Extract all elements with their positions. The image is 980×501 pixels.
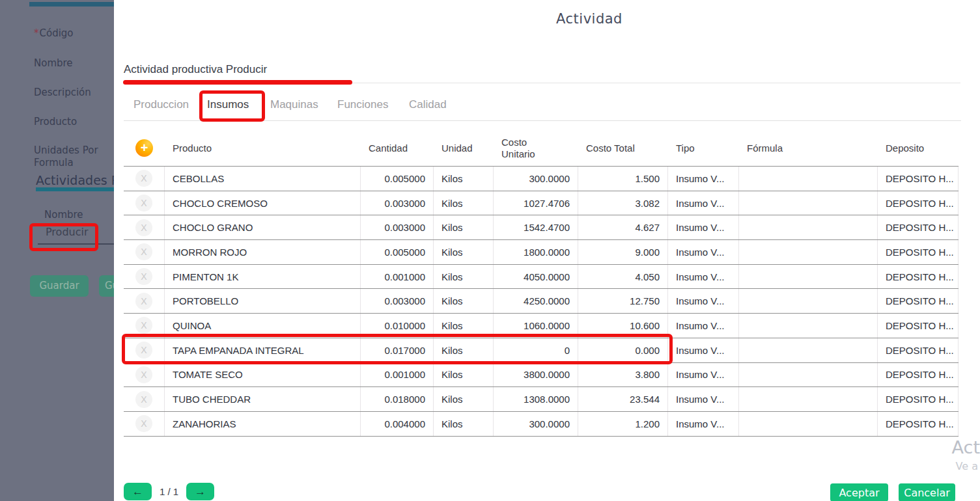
delete-row-button[interactable]: X (135, 391, 152, 408)
column-header-costo-unitario: Costo Unitario (494, 137, 578, 160)
cell-formula (739, 387, 878, 411)
table-row[interactable]: XCHOCLO CREMOSO0.003000Kilos1027.47063.0… (124, 191, 959, 215)
cell-formula (739, 215, 878, 239)
delete-row-button[interactable]: X (135, 317, 152, 334)
cell-unidad: Kilos (434, 412, 494, 436)
cell-cantidad: 0.005000 (361, 167, 434, 191)
cell-deposito: DEPOSITO H... (878, 387, 959, 411)
cell-deposito: DEPOSITO H... (878, 289, 959, 313)
table-row[interactable]: XPIMENTON 1K0.001000Kilos4050.00004.050I… (124, 264, 959, 289)
delete-cell: X (124, 387, 165, 411)
field-label-unidades-por-formula: Unidades Por Formula (34, 144, 111, 169)
delete-row-button[interactable]: X (135, 366, 152, 383)
cell-unidad: Kilos (434, 314, 494, 338)
cell-costo_unitario: 1308.0000 (494, 387, 578, 411)
cell-formula (739, 363, 878, 387)
cell-costo_unitario: 4050.0000 (494, 265, 578, 289)
delete-row-button[interactable]: X (135, 415, 152, 432)
delete-row-button[interactable]: X (135, 268, 152, 285)
cell-product: PORTOBELLO (165, 289, 361, 313)
section-title-actividades: Actividades P (36, 173, 114, 187)
column-header-tipo: Tipo (668, 142, 739, 154)
pagination-next-button[interactable]: → (186, 483, 214, 500)
cell-tipo: Insumo V... (668, 314, 739, 338)
table-row[interactable]: XPORTOBELLO0.003000Kilos4250.000012.750I… (124, 288, 959, 313)
table-row[interactable]: XMORRON ROJO0.005000Kilos1800.00009.000I… (124, 239, 959, 264)
cell-unidad: Kilos (434, 191, 494, 215)
delete-cell: X (124, 314, 165, 338)
cell-costo_total: 12.750 (578, 289, 668, 313)
delete-row-button[interactable]: X (135, 342, 152, 359)
cell-formula (739, 412, 878, 436)
table-row[interactable]: XTUBO CHEDDAR0.018000Kilos1308.000023.54… (124, 386, 959, 411)
delete-row-button[interactable]: X (135, 243, 152, 260)
tab-produccion[interactable]: Produccion (133, 98, 189, 111)
table-row[interactable]: XTOMATE SECO0.001000Kilos3800.00003.800I… (124, 362, 959, 387)
delete-row-button[interactable]: X (135, 219, 152, 236)
cell-deposito: DEPOSITO H... (878, 314, 959, 338)
guardar-button[interactable]: Guardar (30, 275, 89, 297)
aceptar-button[interactable]: Aceptar (830, 483, 888, 501)
cell-cantidad: 0.003000 (361, 191, 434, 215)
cell-tipo: Insumo V... (668, 338, 739, 362)
table-row[interactable]: XQUINOA0.010000Kilos1060.000010.600Insum… (124, 313, 959, 338)
cell-costo_unitario: 3800.0000 (494, 363, 578, 387)
tab-insumos[interactable]: Insumos (207, 98, 249, 111)
delete-cell: X (124, 412, 165, 436)
tab-funciones[interactable]: Funciones (337, 98, 388, 111)
cell-unidad: Kilos (434, 240, 494, 264)
column-header-deposito: Deposito (878, 142, 959, 154)
field-label-codigo: *Código (34, 27, 111, 40)
cell-costo_unitario: 1800.0000 (494, 240, 578, 264)
cell-unidad: Kilos (434, 289, 494, 313)
section-title-underline (36, 187, 114, 191)
cell-formula (739, 289, 878, 313)
table-row[interactable]: XZANAHORIAS0.004000Kilos300.00001.200Ins… (124, 411, 959, 436)
cell-cantidad: 0.004000 (361, 412, 434, 436)
cell-deposito: DEPOSITO H... (878, 412, 959, 436)
cell-formula (739, 240, 878, 264)
tab-maquinas[interactable]: Maquinas (270, 98, 318, 111)
column-header-formula: Fórmula (739, 142, 878, 154)
cell-costo_total: 4.627 (578, 215, 668, 239)
cell-deposito: DEPOSITO H... (878, 167, 959, 191)
cell-cantidad: 0.003000 (361, 289, 434, 313)
cell-cantidad: 0.018000 (361, 387, 434, 411)
cell-unidad: Kilos (434, 167, 494, 191)
screen: *Código Nombre Descripción Producto Unid… (0, 0, 980, 501)
guardar-button-2[interactable]: Guardar (99, 275, 114, 297)
cell-deposito: DEPOSITO H... (878, 240, 959, 264)
cell-product: CEBOLLAS (165, 167, 361, 191)
breadcrumb-actividad-productiva[interactable]: Actividad productiva Producir (124, 63, 267, 76)
required-asterisk: * (34, 27, 39, 39)
actividad-nombre-input[interactable]: Producir (46, 226, 89, 238)
delete-cell: X (124, 363, 165, 387)
cell-formula (739, 338, 878, 362)
background-text-ve-a: Ve a (956, 460, 978, 472)
cell-costo_total: 3.082 (578, 191, 668, 215)
delete-row-button[interactable]: X (135, 170, 152, 187)
field-label-producto: Producto (34, 116, 111, 128)
cell-cantidad: 0.017000 (361, 338, 434, 362)
cell-costo_total: 3.800 (578, 363, 668, 387)
add-row-button[interactable]: + (135, 139, 153, 157)
cell-costo_unitario: 300.0000 (494, 412, 578, 436)
cell-deposito: DEPOSITO H... (878, 265, 959, 289)
delete-row-button[interactable]: X (135, 195, 152, 211)
modal-title: Actividad (556, 11, 623, 27)
tab-calidad[interactable]: Calidad (409, 98, 447, 111)
cell-tipo: Insumo V... (668, 265, 739, 289)
table-row[interactable]: XTAPA EMPANADA INTEGRAL0.017000Kilos00.0… (124, 338, 959, 362)
cell-cantidad: 0.001000 (361, 363, 434, 387)
cell-product: TOMATE SECO (165, 363, 361, 387)
input-underline (38, 243, 114, 245)
delete-row-button[interactable]: X (135, 293, 152, 310)
cell-costo_total: 10.600 (578, 314, 668, 338)
cell-product: CHOCLO CREMOSO (165, 191, 361, 215)
table-row[interactable]: XCEBOLLAS0.005000Kilos300.00001.500Insum… (124, 166, 959, 191)
pagination-prev-button[interactable]: ← (124, 483, 152, 500)
cell-formula (739, 191, 878, 215)
cancelar-button[interactable]: Cancelar (899, 483, 955, 501)
cell-costo_total: 9.000 (578, 240, 668, 264)
table-row[interactable]: XCHOCLO GRANO0.003000Kilos1542.47004.627… (124, 215, 959, 239)
